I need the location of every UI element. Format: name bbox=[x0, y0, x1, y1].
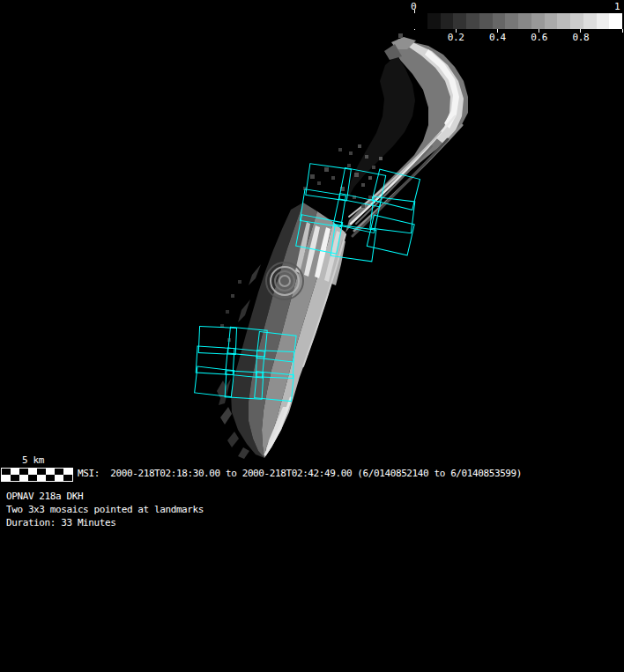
colorbar-tick-label: 0.6 bbox=[531, 32, 547, 43]
terrain-speckle bbox=[398, 33, 403, 38]
colorbar-max-label: 1 bbox=[614, 1, 620, 12]
left-appendage bbox=[238, 299, 250, 322]
scale-bar-cell bbox=[19, 469, 28, 475]
terrain-speckle bbox=[358, 144, 361, 148]
terrain-speckle bbox=[231, 294, 234, 298]
mosaic-frame bbox=[370, 196, 415, 233]
scale-bar-cell bbox=[2, 475, 11, 481]
scale-bar-cell bbox=[46, 469, 55, 475]
terrain-speckle bbox=[317, 181, 321, 185]
asteroid-scene bbox=[0, 0, 624, 672]
scale-bar-cell bbox=[2, 469, 11, 475]
scale-bar-cell bbox=[63, 475, 72, 481]
left-appendage bbox=[249, 264, 261, 285]
scale-bar-cell bbox=[11, 469, 19, 475]
left-appendage bbox=[220, 407, 232, 425]
colorbar-step bbox=[441, 13, 454, 29]
caption-msi-timerange: MSI: 2000-218T02:18:30.00 to 2000-218T02… bbox=[78, 468, 522, 479]
colorbar-step bbox=[545, 13, 558, 29]
colorbar-step bbox=[414, 13, 427, 29]
terrain-speckle bbox=[238, 280, 241, 284]
terrain-speckle bbox=[310, 174, 315, 179]
caption-opnav-id: OPNAV 218a DKH bbox=[6, 491, 83, 502]
scale-bar-cell bbox=[19, 475, 28, 481]
mosaic-frame bbox=[367, 215, 414, 255]
terrain-speckle bbox=[354, 173, 359, 177]
terrain-speckle bbox=[349, 151, 353, 155]
viewer-canvas: 0 1 0.20.40.60.8 5 km MSI: 2000-218T02:1… bbox=[0, 0, 624, 672]
terrain-speckle bbox=[361, 183, 365, 187]
scale-bar bbox=[1, 468, 73, 482]
terrain-speckle bbox=[324, 167, 329, 172]
terrain-speckle bbox=[331, 176, 335, 180]
terrain-speckle bbox=[379, 157, 383, 160]
colorbar-step bbox=[531, 13, 545, 29]
terrain-speckle bbox=[368, 176, 372, 180]
hook-inner-shadow bbox=[347, 55, 415, 199]
scale-bar-label: 5 km bbox=[22, 454, 44, 466]
scale-bar-cell bbox=[37, 475, 46, 481]
terrain-speckle bbox=[347, 164, 351, 167]
colorbar-gradient bbox=[414, 13, 622, 29]
colorbar-step bbox=[505, 13, 518, 29]
caption-duration: Duration: 33 Minutes bbox=[6, 517, 115, 528]
scale-bar-cell bbox=[28, 475, 37, 481]
terrain-speckle bbox=[365, 155, 368, 159]
caption-mosaic-description: Two 3x3 mosaics pointed at landmarks bbox=[6, 504, 204, 515]
colorbar-step bbox=[557, 13, 570, 29]
terrain-speckle bbox=[226, 310, 229, 314]
colorbar-step bbox=[479, 13, 493, 29]
scale-bar-cell bbox=[63, 469, 72, 475]
colorbar-step bbox=[609, 13, 622, 29]
scale-bar-cell bbox=[46, 475, 55, 481]
scale-bar-cell bbox=[37, 469, 46, 475]
left-appendage bbox=[227, 432, 239, 447]
colorbar-step bbox=[518, 13, 531, 29]
colorbar-tick bbox=[622, 29, 623, 33]
colorbar-step bbox=[570, 13, 583, 29]
terrain-speckle bbox=[368, 196, 372, 199]
scale-bar-cell bbox=[55, 469, 63, 475]
colorbar-step bbox=[466, 13, 479, 29]
left-appendage bbox=[238, 447, 249, 459]
colorbar-step bbox=[427, 13, 441, 29]
scale-bar-cell bbox=[55, 475, 63, 481]
colorbar-tick-label: 0.2 bbox=[448, 32, 464, 43]
terrain-speckle bbox=[361, 204, 365, 208]
colorbar-step bbox=[453, 13, 466, 29]
terrain-speckle bbox=[338, 148, 342, 151]
mosaic-frame bbox=[198, 327, 236, 355]
colorbar-step bbox=[493, 13, 506, 29]
colorbar: 0 1 0.20.40.60.8 bbox=[409, 1, 624, 45]
colorbar-step bbox=[583, 13, 597, 29]
colorbar-tick-label: 0.8 bbox=[572, 32, 589, 43]
scale-bar-cell bbox=[28, 469, 37, 475]
colorbar-tick-label: 0.4 bbox=[489, 32, 506, 43]
colorbar-step bbox=[597, 13, 610, 29]
scale-bar-cell bbox=[11, 475, 19, 481]
terrain-speckle bbox=[372, 166, 375, 169]
